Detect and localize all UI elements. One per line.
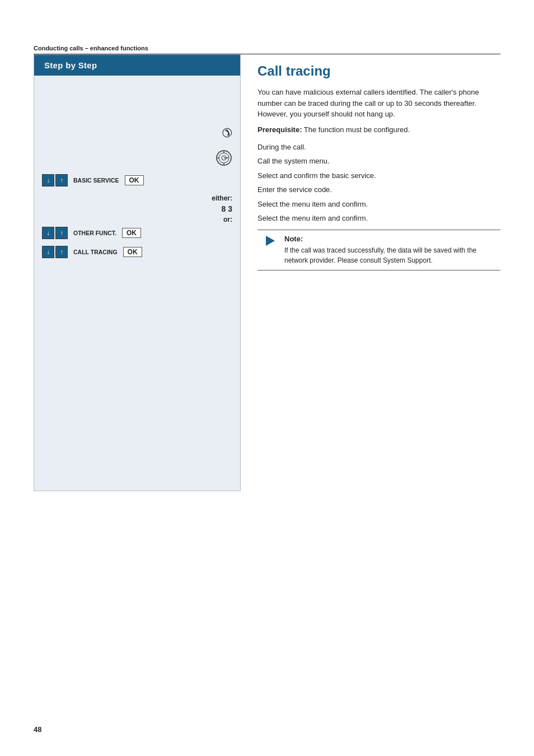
note-icon-container — [262, 235, 279, 246]
phone-icon-row: ✆ — [34, 122, 240, 145]
page: Conducting calls – enhanced functions St… — [0, 0, 534, 756]
instr-text-3: Select and confirm the basic service. — [257, 170, 376, 181]
instr-row-3: Select and confirm the basic service. — [257, 170, 500, 181]
page-title: Call tracing — [257, 63, 500, 79]
call-tracing-arrows: ↓ ↑ — [42, 246, 68, 258]
left-col-content: ✆ — [34, 76, 240, 267]
instr-row-2: Call the system menu. — [257, 156, 500, 167]
call-tracing-row: ↓ ↑ CALL TRACING OK — [34, 242, 240, 262]
basic-service-arrows: ↓ ↑ — [42, 174, 68, 186]
instr-text-2: Call the system menu. — [257, 156, 330, 167]
either-label: either: — [34, 192, 240, 202]
prerequisite-label: Prerequisite: — [257, 125, 302, 134]
call-tracing-down-arrow[interactable]: ↓ — [42, 246, 54, 258]
instruction-rows: During the call. Call the system menu. S… — [257, 142, 500, 224]
note-box: Note: If the call was traced successfull… — [257, 230, 500, 270]
instr-text-5: Select the menu item and confirm. — [257, 213, 368, 224]
basic-service-label: BASIC SERVICE — [73, 177, 119, 184]
left-panel: Step by Step ✆ — [34, 54, 241, 491]
other-funct-arrows: ↓ ↑ — [42, 227, 68, 239]
instr-row-5: Select the menu item and confirm. — [257, 213, 500, 224]
basic-service-row: ↓ ↑ BASIC SERVICE OK — [34, 171, 240, 190]
main-layout: Step by Step ✆ — [34, 54, 500, 491]
prerequisite-text: Prerequisite: The function must be confi… — [257, 125, 500, 134]
note-title: Note: — [284, 235, 494, 243]
note-text: If the call was traced successfully, the… — [284, 245, 494, 265]
instr-row-code: Enter the service code. — [257, 184, 500, 195]
instr-row-1: During the call. — [257, 142, 500, 153]
step-by-step-header: Step by Step — [34, 55, 240, 76]
phone-icon: ✆ — [222, 126, 232, 141]
other-funct-row: ↓ ↑ OTHER FUNCT. OK — [34, 223, 240, 242]
up-arrow[interactable]: ↑ — [55, 174, 68, 186]
call-tracing-ok[interactable]: OK — [123, 247, 142, 257]
other-funct-up-arrow[interactable]: ↑ — [55, 227, 68, 239]
system-menu-icon — [216, 150, 232, 166]
right-panel: Call tracing You can have malicious exte… — [241, 54, 500, 491]
note-content: Note: If the call was traced successfull… — [284, 235, 494, 265]
page-number: 48 — [34, 725, 41, 734]
prerequisite-body: The function must be configured. — [302, 125, 410, 134]
other-funct-ok[interactable]: OK — [122, 228, 141, 238]
or-label: or: — [34, 216, 240, 223]
instr-text-code: Enter the service code. — [257, 184, 332, 195]
call-tracing-up-arrow[interactable]: ↑ — [55, 246, 68, 258]
service-code: 8 3 — [34, 204, 240, 213]
note-arrow-icon — [266, 236, 275, 246]
system-menu-icon-row — [34, 145, 240, 171]
call-tracing-label: CALL TRACING — [73, 249, 118, 255]
other-funct-label: OTHER FUNCT. — [73, 230, 116, 236]
intro-text: You can have malicious external callers … — [257, 87, 500, 120]
down-arrow[interactable]: ↓ — [42, 174, 54, 186]
section-header: Conducting calls – enhanced functions — [34, 45, 500, 54]
basic-service-ok[interactable]: OK — [125, 175, 144, 185]
instr-text-4: Select the menu item and confirm. — [257, 199, 368, 210]
instr-row-4: Select the menu item and confirm. — [257, 199, 500, 210]
instr-text-1: During the call. — [257, 142, 306, 153]
other-funct-down-arrow[interactable]: ↓ — [42, 227, 54, 239]
